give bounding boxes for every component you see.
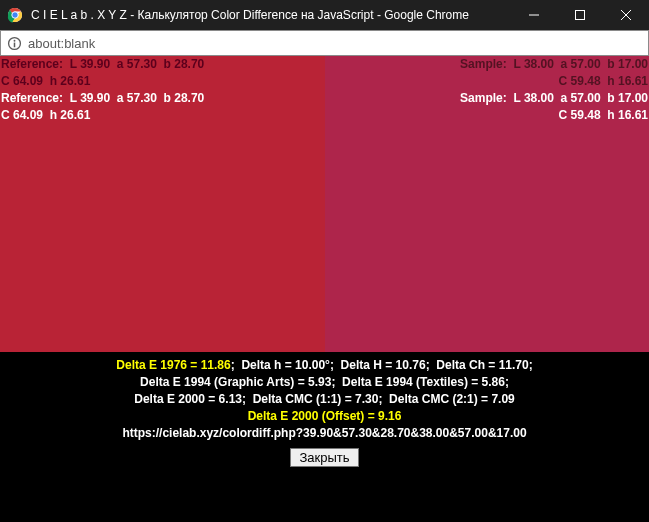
delta-cmc-21: Delta CMC (2:1) = 7.09 [389, 392, 515, 406]
titlebar: C I E L a b . X Y Z - Калькулятор Color … [0, 0, 649, 30]
delta-e-1994-tex: Delta E 1994 (Textiles) = 5.86 [342, 375, 505, 389]
results-panel: Delta E 1976 = 11.86; Delta h = 10.00°; … [0, 352, 649, 445]
maximize-button[interactable] [557, 0, 603, 30]
delta-e-2000-offset: Delta E 2000 (Offset) = 9.16 [4, 408, 645, 425]
delta-e-1976: Delta E 1976 = 11.86 [116, 358, 230, 372]
window-title: C I E L a b . X Y Z - Калькулятор Color … [31, 8, 511, 22]
delta-cmc-11: Delta CMC (1:1) = 7.30 [253, 392, 379, 406]
minimize-button[interactable] [511, 0, 557, 30]
sample-readout-light: Sample: L 38.00 a 57.00 b 17.00 C 59.48 … [460, 90, 648, 124]
sample-readout-dark: Sample: L 38.00 a 57.00 b 17.00 C 59.48 … [460, 56, 648, 90]
sample-swatch: Sample: L 38.00 a 57.00 b 17.00 C 59.48 … [325, 56, 650, 352]
results-line-1: Delta E 1976 = 11.86; Delta h = 10.00°; … [4, 357, 645, 374]
reference-swatch: Reference: L 39.90 a 57.30 b 28.70 C 64.… [0, 56, 325, 352]
button-row: Закрыть [0, 445, 649, 467]
delta-e-2000: Delta E 2000 = 6.13 [134, 392, 242, 406]
color-swatches: Reference: L 39.90 a 57.30 b 28.70 C 64.… [0, 56, 649, 352]
svg-rect-9 [14, 42, 16, 47]
address-text: about:blank [28, 36, 95, 51]
reference-readout-light: Reference: L 39.90 a 57.30 b 28.70 C 64.… [1, 90, 204, 124]
svg-point-8 [14, 39, 16, 41]
permalink-url: https://cielab.xyz/colordiff.php?39.90&5… [4, 425, 645, 442]
reference-readout-dark: Reference: L 39.90 a 57.30 b 28.70 C 64.… [1, 56, 204, 90]
delta-e-1994-ga: Delta E 1994 (Graphic Arts) = 5.93 [140, 375, 331, 389]
address-bar[interactable]: about:blank [0, 30, 649, 56]
results-line-2: Delta E 1994 (Graphic Arts) = 5.93; Delt… [4, 374, 645, 391]
delta-h-cap: Delta H = 10.76 [341, 358, 426, 372]
svg-rect-4 [576, 11, 585, 20]
results-line-3: Delta E 2000 = 6.13; Delta CMC (1:1) = 7… [4, 391, 645, 408]
delta-ch: Delta Ch = 11.70 [436, 358, 528, 372]
close-window-button[interactable] [603, 0, 649, 30]
close-button[interactable]: Закрыть [290, 448, 358, 467]
info-icon [7, 36, 22, 51]
chrome-icon [7, 7, 23, 23]
delta-h-small: Delta h = 10.00° [241, 358, 330, 372]
